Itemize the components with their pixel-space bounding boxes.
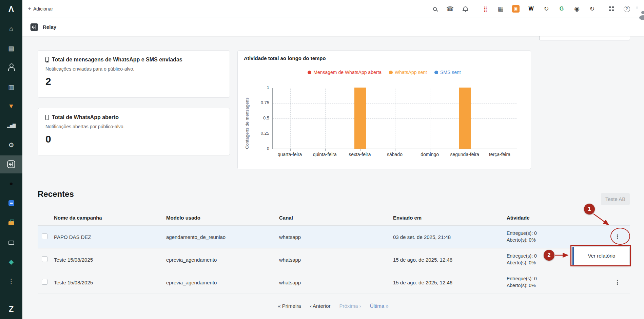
campaign-sent-date: 03 de set. de 2025, 21:48 — [393, 234, 507, 240]
sidebar-item-contacts[interactable] — [0, 63, 22, 72]
marketplace-icon[interactable]: ▣ — [512, 5, 520, 13]
section-heading-recents: Recentes — [38, 189, 74, 199]
sidebar-item-more: ⋮ — [0, 277, 22, 285]
activity-delivered: Entregue(s): 0 — [507, 230, 605, 237]
status-dot — [635, 6, 639, 10]
gridline-v — [430, 88, 430, 149]
help-icon[interactable]: ? — [623, 5, 631, 13]
stat-card-opened: Total de WhatsApp aberto Notificações ab… — [38, 108, 230, 155]
sidebar-item-dot: ● — [0, 179, 22, 188]
apps-dots-icon[interactable]: ⣿ — [481, 5, 489, 13]
y-axis-tick-label: 1 — [251, 85, 269, 90]
sidebar-item-modules: ▤ — [0, 44, 22, 53]
people-icon — [8, 65, 14, 70]
sidebar-item-accounts: ▥ — [0, 82, 22, 91]
view-report-menu-item[interactable]: Ver relatório — [588, 253, 616, 259]
pagination: « Primeira ‹ Anterior Próxima › Última » — [22, 303, 644, 309]
row-actions-menu-icon[interactable]: ⋮ — [612, 278, 623, 287]
table-header-row: Nome da campanha Modelo usado Canal Envi… — [38, 210, 630, 226]
pagination-first[interactable]: « Primeira — [278, 303, 301, 309]
row-checkbox[interactable] — [42, 279, 47, 285]
filter-select-partial[interactable] — [539, 36, 630, 40]
col-header-model: Modelo usado — [166, 215, 279, 221]
building-icon[interactable]: ▥ — [8, 83, 14, 91]
table-row[interactable]: Teste 15/08/2025 eprevia_agendamento wha… — [38, 271, 630, 294]
legend-item[interactable]: WhatsApp sent — [389, 70, 427, 75]
row-checkbox[interactable] — [42, 256, 47, 262]
campaign-model: agendamento_de_reuniao — [166, 234, 279, 240]
annotation-step-1-badge: 1 — [584, 204, 595, 214]
row-actions-menu: Ver relatório — [572, 247, 629, 265]
home-icon[interactable]: ⌂ — [9, 25, 13, 33]
campaign-name: Teste 15/08/2025 — [54, 280, 166, 285]
add-button[interactable]: + Adicionar — [28, 5, 53, 12]
col-header-sent: Enviado em — [393, 215, 507, 221]
zoho-logo-icon[interactable]: Z — [0, 305, 22, 314]
phone-icon[interactable]: ☎ — [446, 5, 454, 13]
app-window: Λ ⌂ ▤ ▥ ▼ ▂▅▇ ⚙ ● ◆ ⋮ Z + Adicionar — [0, 0, 644, 319]
table-row[interactable]: PAPO DAS DEZ agendamento_de_reuniao what… — [38, 226, 630, 248]
chart-plot-area — [272, 88, 517, 149]
pagination-last[interactable]: Última » — [370, 303, 389, 309]
app-launcher-icon[interactable] — [607, 5, 616, 13]
mobile-icon — [45, 57, 49, 62]
workdrive-icon[interactable]: W — [527, 5, 535, 13]
x-axis-tick — [395, 149, 395, 151]
x-axis-label: terça-feira — [482, 152, 517, 157]
sidebar-item-messages[interactable] — [0, 238, 22, 247]
search-icon[interactable] — [431, 5, 439, 13]
topbar-actions: ☎ ⣿ ▦ ▣ W ↻ G ◉ ↻ ? — [431, 5, 638, 13]
legend-label: WhatsApp sent — [395, 70, 427, 75]
gridline-v — [290, 88, 291, 149]
web-icon[interactable]: ◉ — [573, 5, 581, 13]
cube-icon[interactable]: ◆ — [9, 258, 14, 266]
gear-icon[interactable]: ⚙ — [8, 141, 14, 149]
row-actions-menu-icon[interactable]: ⋮ — [612, 232, 623, 242]
bar-chart-icon[interactable]: ▂▅▇ — [7, 123, 16, 128]
redirect-icon[interactable]: ↻ — [542, 5, 550, 13]
google-icon[interactable]: G — [558, 5, 566, 13]
relay-icon — [7, 160, 15, 168]
redirect-2-icon[interactable]: ↻ — [588, 5, 596, 13]
sidebar-item-products: ◆ — [0, 257, 22, 266]
relay-app-icon[interactable] — [30, 23, 39, 32]
briefcase-icon — [8, 221, 14, 225]
more-vertical-icon[interactable]: ⋮ — [8, 277, 15, 285]
legend-item[interactable]: Mensagem de WhatsApp aberta — [308, 70, 382, 75]
modules-icon[interactable]: ▤ — [8, 44, 14, 52]
legend-dot — [434, 71, 438, 74]
bell-icon[interactable] — [461, 5, 469, 13]
grid-shape — [609, 6, 614, 11]
recents-table: Nome da campanha Modelo usado Canal Envi… — [38, 210, 630, 294]
topbar: + Adicionar ☎ ⣿ ▦ ▣ W ↻ G ◉ ↻ ? — [22, 0, 644, 18]
sidebar-item-chat-app[interactable] — [0, 199, 22, 207]
sidebar-item-briefcase[interactable] — [0, 219, 22, 228]
legend-item[interactable]: SMS sent — [434, 70, 461, 75]
plus-icon: + — [28, 5, 31, 12]
stat-card-title: Total de WhatsApp aberto — [52, 114, 119, 120]
annotation-step-2-badge: 2 — [544, 250, 554, 261]
bell-shape — [463, 6, 468, 10]
y-axis-label: Contagens de mensagens — [245, 88, 250, 149]
pagination-prev[interactable]: ‹ Anterior — [310, 303, 331, 309]
pagination-next[interactable]: Próxima › — [339, 303, 361, 309]
gridline-v — [500, 88, 500, 149]
campaign-sent-date: 15 de ago. de 2025, 12:48 — [393, 257, 507, 263]
funnel-icon[interactable]: ▼ — [8, 102, 15, 110]
chart-legend: Mensagem de WhatsApp abertaWhatsApp sent… — [238, 70, 531, 75]
x-axis-tick — [325, 149, 326, 151]
brand-logo-icon: Λ — [0, 5, 22, 14]
search-glass — [433, 7, 437, 11]
stat-card-value: 2 — [45, 76, 222, 87]
dot-icon[interactable]: ● — [9, 180, 13, 187]
sidebar-item-funnel: ▼ — [0, 102, 22, 111]
campaign-name: Teste 15/08/2025 — [54, 257, 166, 263]
x-axis-label: quinta-feira — [307, 152, 342, 157]
row-checkbox[interactable] — [42, 233, 47, 239]
teste-ab-button[interactable]: Teste AB — [601, 193, 630, 205]
x-axis-tick — [465, 149, 465, 151]
sidebar-item-relay-active[interactable] — [0, 160, 22, 169]
table-row[interactable]: Teste 15/08/2025 eprevia_agendamento wha… — [38, 248, 630, 271]
sidebar: Λ ⌂ ▤ ▥ ▼ ▂▅▇ ⚙ ● ◆ ⋮ Z — [0, 0, 22, 319]
calendar-icon[interactable]: ▦ — [496, 5, 505, 13]
